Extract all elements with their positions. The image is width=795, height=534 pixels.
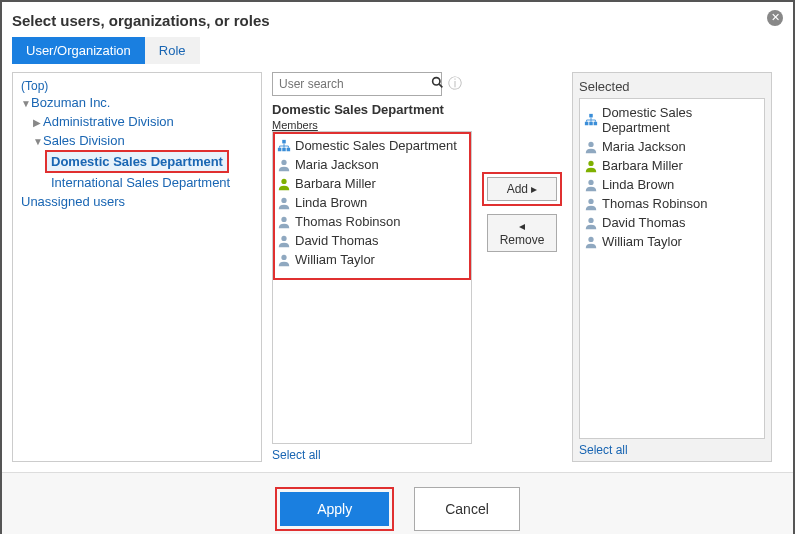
- tree-domestic-sales[interactable]: Domestic Sales Department: [47, 152, 227, 171]
- tree-top-label[interactable]: (Top): [21, 79, 253, 93]
- remove-button[interactable]: ◂ Remove: [487, 214, 557, 252]
- caret-down-icon: ▼: [33, 136, 43, 147]
- list-item[interactable]: Linda Brown: [584, 175, 760, 194]
- svg-point-20: [588, 217, 593, 222]
- close-icon[interactable]: ✕: [767, 10, 783, 26]
- tree-admin-division[interactable]: ▶Administrative Division: [21, 112, 253, 131]
- add-button[interactable]: Add ▸: [487, 177, 557, 201]
- list-item-label: Linda Brown: [295, 195, 367, 210]
- list-item[interactable]: Maria Jackson: [584, 137, 760, 156]
- user-icon: [584, 197, 598, 211]
- dialog: ✕ Select users, organizations, or roles …: [0, 0, 795, 534]
- tab-user-organization[interactable]: User/Organization: [12, 37, 145, 64]
- svg-rect-2: [282, 139, 286, 143]
- list-item[interactable]: Domestic Sales Department: [277, 136, 467, 155]
- list-item-label: Barbara Miller: [602, 158, 683, 173]
- user-icon: [277, 177, 291, 191]
- members-dept-title: Domestic Sales Department: [272, 102, 472, 117]
- list-item-label: David Thomas: [602, 215, 686, 230]
- tree-org-root[interactable]: ▼Bozuman Inc.: [21, 93, 253, 112]
- svg-point-9: [281, 216, 286, 221]
- list-item-label: David Thomas: [295, 233, 379, 248]
- svg-point-21: [588, 236, 593, 241]
- list-item[interactable]: Domestic Sales Department: [584, 103, 760, 137]
- list-item-label: Maria Jackson: [602, 139, 686, 154]
- list-item[interactable]: Barbara Miller: [277, 174, 467, 193]
- list-item[interactable]: Linda Brown: [277, 193, 467, 212]
- dialog-title: Select users, organizations, or roles: [12, 12, 783, 29]
- user-icon: [277, 158, 291, 172]
- svg-point-18: [588, 179, 593, 184]
- selected-list: Domestic Sales DepartmentMaria JacksonBa…: [579, 98, 765, 439]
- tabs: User/Organization Role: [12, 37, 783, 64]
- list-item[interactable]: Barbara Miller: [584, 156, 760, 175]
- svg-rect-13: [585, 122, 589, 126]
- org-icon: [584, 113, 598, 127]
- list-item[interactable]: David Thomas: [277, 231, 467, 250]
- search-input[interactable]: [277, 76, 431, 92]
- search-row: ⓘ: [272, 72, 472, 96]
- cancel-button[interactable]: Cancel: [414, 487, 520, 531]
- svg-point-6: [281, 159, 286, 164]
- list-item[interactable]: David Thomas: [584, 213, 760, 232]
- transfer-buttons: Add ▸ ◂ Remove: [482, 72, 562, 462]
- tree-sales-division[interactable]: ▼Sales Division: [21, 131, 253, 150]
- caret-right-icon: ▶: [33, 117, 43, 128]
- list-item-label: William Taylor: [602, 234, 682, 249]
- org-icon: [277, 139, 291, 153]
- search-icon[interactable]: [431, 76, 444, 92]
- highlight-domestic-sales: Domestic Sales Department: [45, 150, 229, 173]
- list-item-label: Thomas Robinson: [602, 196, 708, 211]
- svg-rect-5: [287, 147, 291, 151]
- svg-rect-14: [589, 122, 593, 126]
- user-icon: [584, 140, 598, 154]
- list-item-label: William Taylor: [295, 252, 375, 267]
- svg-point-17: [588, 160, 593, 165]
- list-item[interactable]: William Taylor: [277, 250, 467, 269]
- members-label: Members: [272, 119, 472, 131]
- apply-button[interactable]: Apply: [280, 492, 389, 526]
- members-select-all[interactable]: Select all: [272, 448, 472, 462]
- org-tree-panel: (Top) ▼Bozuman Inc. ▶Administrative Divi…: [12, 72, 262, 462]
- user-icon: [277, 234, 291, 248]
- caret-down-icon: ▼: [21, 98, 31, 109]
- tree-international-sales[interactable]: International Sales Department: [21, 173, 253, 192]
- list-item-label: Maria Jackson: [295, 157, 379, 172]
- tab-role[interactable]: Role: [145, 37, 200, 64]
- user-icon: [584, 178, 598, 192]
- svg-point-10: [281, 235, 286, 240]
- search-input-wrapper[interactable]: [272, 72, 442, 96]
- svg-point-11: [281, 254, 286, 259]
- user-icon: [584, 235, 598, 249]
- list-item-label: Domestic Sales Department: [295, 138, 457, 153]
- svg-line-1: [439, 84, 442, 87]
- svg-point-16: [588, 141, 593, 146]
- svg-point-0: [433, 78, 440, 85]
- tree-unassigned-users[interactable]: Unassigned users: [21, 192, 253, 211]
- selected-select-all[interactable]: Select all: [579, 443, 765, 457]
- svg-rect-12: [589, 114, 593, 118]
- user-icon: [584, 216, 598, 230]
- members-panel: ⓘ Domestic Sales Department Members Dome…: [272, 72, 472, 462]
- main-content: (Top) ▼Bozuman Inc. ▶Administrative Divi…: [12, 72, 783, 462]
- svg-rect-3: [278, 147, 282, 151]
- highlight-add: Add ▸: [482, 172, 562, 206]
- list-item[interactable]: Thomas Robinson: [277, 212, 467, 231]
- caret-right-icon: ▸: [531, 182, 537, 196]
- selected-panel: Selected Domestic Sales DepartmentMaria …: [572, 72, 772, 462]
- user-icon: [277, 253, 291, 267]
- svg-point-7: [281, 178, 286, 183]
- svg-point-19: [588, 198, 593, 203]
- list-item[interactable]: William Taylor: [584, 232, 760, 251]
- user-icon: [584, 159, 598, 173]
- selected-title: Selected: [579, 77, 765, 98]
- info-icon[interactable]: ⓘ: [448, 75, 462, 93]
- members-list: Domestic Sales DepartmentMaria JacksonBa…: [272, 131, 472, 444]
- dialog-footer: Apply Cancel: [2, 472, 793, 534]
- list-item-label: Barbara Miller: [295, 176, 376, 191]
- svg-rect-15: [594, 122, 598, 126]
- list-item[interactable]: Thomas Robinson: [584, 194, 760, 213]
- svg-rect-4: [282, 147, 286, 151]
- list-item-label: Linda Brown: [602, 177, 674, 192]
- list-item[interactable]: Maria Jackson: [277, 155, 467, 174]
